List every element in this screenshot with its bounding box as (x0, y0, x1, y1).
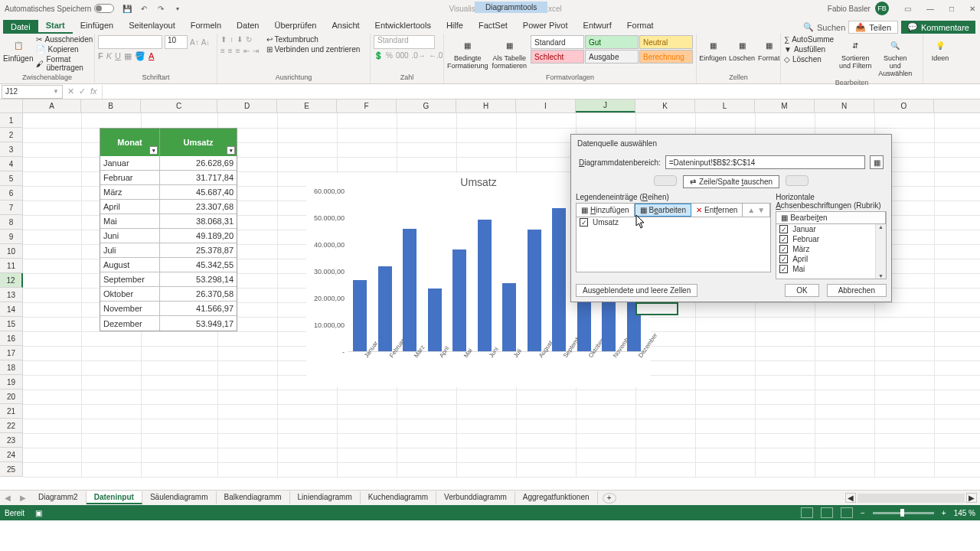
cancel-fx-icon[interactable]: ✕ (67, 86, 74, 96)
col-header[interactable]: H (456, 99, 516, 112)
close-icon[interactable]: ✕ (969, 5, 975, 13)
row-header[interactable]: 9 (0, 230, 23, 244)
redo-icon[interactable]: ↷ (155, 3, 166, 14)
tab-einfügen[interactable]: Einfügen (73, 18, 121, 34)
row-header[interactable]: 12 (0, 273, 23, 288)
list-item[interactable]: ✓März (776, 244, 886, 254)
tab-hilfe[interactable]: Hilfe (439, 18, 471, 34)
row-header[interactable]: 3 (0, 142, 23, 157)
chart-bar[interactable] (378, 266, 392, 351)
edit-axis-button[interactable]: ▦Bearbeiten (776, 212, 886, 223)
zoom-slider[interactable] (873, 512, 934, 514)
dec-inc-icon[interactable]: .0→ (412, 51, 426, 60)
col-header[interactable]: D (217, 99, 277, 112)
chart-bar[interactable] (478, 220, 492, 351)
table-row[interactable]: Juni49.189,20 (100, 229, 237, 243)
row-header[interactable]: 13 (0, 288, 23, 302)
minimize-icon[interactable]: — (926, 5, 934, 13)
filter-icon[interactable]: ▾ (149, 146, 158, 155)
style-berechnung[interactable]: Berechnung (639, 50, 693, 64)
cancel-button[interactable]: Abbrechen (827, 284, 887, 297)
tab-entwurf[interactable]: Entwurf (576, 18, 619, 34)
chart-bar[interactable] (428, 289, 442, 351)
checkbox-checked-icon[interactable]: ✓ (779, 265, 788, 273)
row-header[interactable]: 4 (0, 157, 23, 171)
cell[interactable]: April (100, 200, 160, 214)
zoom-level[interactable]: 145 % (954, 509, 975, 517)
col-header[interactable]: I (516, 99, 576, 112)
scroll-up-icon[interactable]: ▲ (878, 224, 884, 230)
col-header[interactable]: L (695, 99, 755, 112)
cell[interactable]: 53.298,14 (160, 272, 237, 287)
currency-icon[interactable]: 💲 (374, 51, 383, 60)
toggle-off-icon[interactable] (94, 4, 114, 13)
remove-series-button[interactable]: ✕Entfernen (691, 204, 743, 217)
row-header[interactable]: 6 (0, 186, 23, 201)
add-series-button[interactable]: ▦Hinzufügen (577, 204, 635, 217)
orientation-icon[interactable]: ↻ (246, 35, 252, 44)
col-header[interactable]: F (337, 99, 397, 112)
cell[interactable]: Januar (100, 156, 160, 171)
row-header[interactable]: 5 (0, 171, 23, 186)
paste-button[interactable]: 📋 Einfügen (3, 35, 33, 64)
style-gut[interactable]: Gut (585, 35, 639, 49)
row-header[interactable]: 20 (0, 390, 23, 404)
find-select-button[interactable]: 🔍Suchen und Auswählen (877, 35, 913, 79)
cell[interactable]: Februar (100, 171, 160, 185)
row-header[interactable]: 7 (0, 201, 23, 215)
row-header[interactable]: 19 (0, 375, 23, 390)
checkbox-checked-icon[interactable]: ✓ (779, 235, 788, 243)
page-break-view-icon[interactable] (841, 507, 853, 518)
fill-button[interactable]: ▼Ausfüllen (784, 45, 834, 54)
row-header[interactable]: 23 (0, 433, 23, 448)
sheet-nav-next-icon[interactable]: ▶ (15, 494, 31, 502)
cell[interactable]: 45.342,55 (160, 258, 237, 272)
normal-view-icon[interactable] (801, 507, 813, 518)
tab-daten[interactable]: Daten (229, 18, 266, 34)
qat-more-icon[interactable]: ▾ (172, 3, 183, 14)
percent-icon[interactable]: % (386, 51, 393, 60)
col-header[interactable]: E (277, 99, 337, 112)
sheet-tab[interactable]: Aggregatfunktionen (515, 491, 598, 504)
col-header[interactable]: O (874, 99, 934, 112)
row-header[interactable]: 14 (0, 302, 23, 317)
move-series-buttons[interactable]: ▲▼ (743, 204, 770, 217)
hidden-cells-button[interactable]: Ausgeblendete und leere Zellen (576, 284, 697, 297)
zoom-in-icon[interactable]: + (942, 509, 946, 517)
checkbox-checked-icon[interactable]: ✓ (580, 218, 588, 227)
table-row[interactable]: März45.687,40 (100, 185, 237, 200)
number-format-select[interactable]: Standard (374, 35, 435, 49)
list-item[interactable]: ✓Februar (776, 234, 886, 244)
row-header[interactable]: 25 (0, 462, 23, 477)
clear-button[interactable]: ◇Löschen (784, 55, 834, 64)
cut-button[interactable]: ✂Ausschneiden (36, 35, 93, 44)
cell[interactable]: 41.566,97 (160, 302, 237, 316)
row-header[interactable]: 1 (0, 113, 23, 128)
col-header[interactable]: B (81, 99, 141, 112)
table-row[interactable]: Januar26.628,69 (100, 156, 237, 171)
indent-inc-icon[interactable]: ⇥ (253, 47, 259, 55)
scroll-down-icon[interactable]: ▼ (878, 273, 884, 279)
hscrollbar[interactable] (858, 494, 965, 503)
scrollbar[interactable]: ▲▼ (875, 224, 886, 279)
list-item[interactable]: ✓Januar (776, 224, 886, 234)
insert-cells-button[interactable]: ▦Einfügen (700, 35, 726, 64)
col-header[interactable]: K (635, 99, 695, 112)
dec-dec-icon[interactable]: ←.0 (429, 51, 443, 60)
list-item[interactable]: ✓Mai (776, 264, 886, 274)
cell[interactable]: 38.068,31 (160, 214, 237, 229)
tab-power pivot[interactable]: Power Pivot (515, 18, 576, 34)
sheet-tab[interactable]: Kuchendiagramm (361, 491, 436, 504)
row-header[interactable]: 21 (0, 404, 23, 419)
col-header[interactable]: A (23, 99, 81, 112)
align-left-icon[interactable]: ≡ (220, 47, 225, 55)
checkbox-checked-icon[interactable]: ✓ (779, 225, 788, 233)
chart-bar[interactable] (403, 229, 416, 351)
wrap-text-button[interactable]: ↩Textumbruch (266, 35, 361, 44)
tab-ansicht[interactable]: Ansicht (324, 18, 367, 34)
chart-bar[interactable] (502, 283, 516, 351)
chart-bar[interactable] (353, 280, 367, 351)
align-mid-icon[interactable]: ↕ (230, 35, 234, 44)
cell[interactable]: Juni (100, 229, 160, 243)
tab-format[interactable]: Format (619, 18, 662, 34)
